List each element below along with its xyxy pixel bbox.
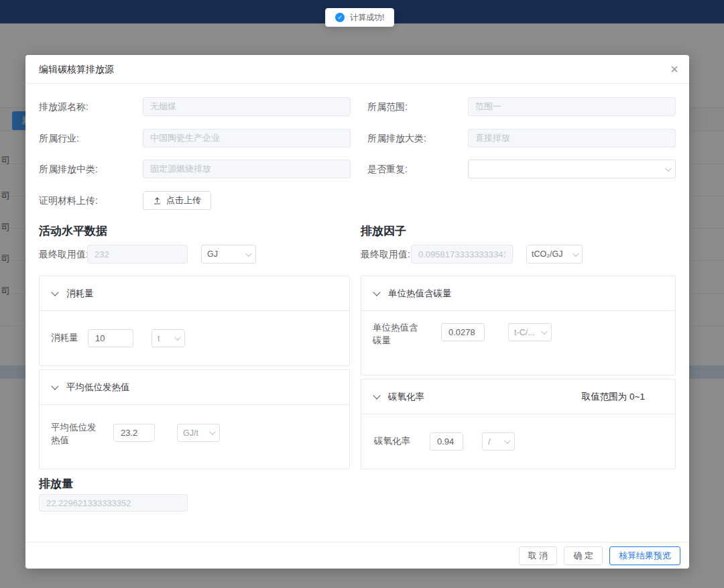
factor-section-title: 排放因子 (361, 223, 406, 239)
consumption-label: 消耗量 (51, 331, 78, 344)
is-duplicate-label: 是否重复: (367, 160, 408, 178)
is-duplicate-select[interactable] (468, 160, 676, 178)
factor-final-unit-select[interactable]: tCO₂/GJ (526, 245, 583, 263)
toast-message: 计算成功! (350, 12, 384, 23)
dialog-footer: 取 消 确 定 核算结果预览 (25, 542, 689, 569)
edit-emission-source-dialog: 编辑碳核算排放源 × 排放源名称: 所属范围: 所属行业: 所属排放大类: 所属… (25, 55, 689, 569)
industry-label: 所属行业: (39, 129, 79, 148)
factor-final-input[interactable] (411, 245, 513, 263)
carbon-content-card: 单位热值含碳量 单位热值含碳量 t-C/... (361, 276, 676, 375)
activity-final-unit-select[interactable]: GJ (201, 245, 256, 263)
carbon-content-unit-select[interactable]: t-C/... (508, 323, 552, 341)
oxidation-rate-input[interactable] (430, 432, 463, 451)
oxidation-rate-card: 碳氧化率 取值范围为 0~1 碳氧化率 / (361, 379, 676, 469)
consumption-card: 消耗量 消耗量 t (39, 276, 350, 366)
chevron-down-icon (541, 328, 548, 335)
heating-value-card-title: 平均低位发热值 (66, 381, 130, 394)
activity-final-label: 最终取用值: (39, 245, 88, 263)
oxidation-rate-unit-select[interactable]: / (482, 432, 515, 451)
activity-final-input[interactable] (87, 245, 188, 263)
consumption-input[interactable] (88, 329, 133, 347)
chevron-down-icon (209, 428, 216, 435)
chevron-down-icon (665, 165, 672, 172)
heating-value-unit-select[interactable]: GJ/t (177, 424, 220, 442)
chevron-down-icon[interactable] (373, 392, 380, 399)
chevron-down-icon[interactable] (373, 288, 380, 296)
chevron-down-icon[interactable] (51, 382, 58, 390)
dialog-header: 编辑碳核算排放源 × (25, 55, 689, 84)
oxidation-rate-card-title: 碳氧化率 (388, 391, 424, 403)
carbon-content-unit: t-C/... (514, 328, 541, 337)
toast-success: ✓ 计算成功! (325, 8, 394, 27)
carbon-content-card-header[interactable]: 单位热值含碳量 (361, 276, 675, 311)
emission-mid-input[interactable] (143, 160, 351, 178)
oxidation-rate-unit: / (488, 437, 504, 447)
industry-input[interactable] (143, 129, 351, 148)
consumption-unit: t (158, 334, 174, 343)
scope-input[interactable] (468, 97, 676, 116)
heating-value-card-header[interactable]: 平均低位发热值 (40, 370, 349, 405)
scope-label: 所属范围: (367, 97, 408, 116)
heating-value-input[interactable] (113, 424, 155, 442)
activity-final-unit: GJ (207, 249, 245, 259)
consumption-card-title: 消耗量 (66, 288, 94, 300)
oxidation-range-hint: 取值范围为 0~1 (582, 379, 645, 414)
carbon-content-label: 单位热值含碳量 (373, 321, 424, 347)
heating-value-label: 平均低位发热值 (51, 421, 102, 447)
close-icon[interactable]: × (670, 60, 678, 78)
chevron-down-icon (174, 334, 181, 341)
check-circle-icon: ✓ (335, 13, 345, 22)
preview-result-button[interactable]: 核算结果预览 (609, 546, 680, 565)
consumption-unit-select[interactable]: t (152, 329, 185, 347)
activity-section-title: 活动水平数据 (39, 223, 107, 239)
emission-mid-label: 所属排放中类: (39, 160, 98, 178)
upload-icon (153, 196, 162, 205)
heating-value-card: 平均低位发热值 平均低位发热值 GJ/t (39, 369, 350, 469)
carbon-content-card-title: 单位热值含碳量 (388, 288, 452, 300)
oxidation-rate-card-header[interactable]: 碳氧化率 取值范围为 0~1 (361, 379, 675, 414)
oxidation-rate-label: 碳氧化率 (374, 434, 410, 447)
heating-value-unit: GJ/t (183, 428, 209, 438)
emission-major-label: 所属排放大类: (367, 129, 426, 148)
chevron-down-icon (572, 250, 579, 257)
confirm-button[interactable]: 确 定 (564, 546, 603, 565)
factor-final-label: 最终取用值: (361, 245, 410, 263)
factor-final-unit: tCO₂/GJ (532, 249, 572, 259)
carbon-content-input[interactable] (441, 323, 485, 341)
source-name-label: 排放源名称: (39, 97, 88, 116)
upload-button-label: 点击上传 (166, 194, 201, 207)
emission-amount-title: 排放量 (39, 476, 73, 491)
upload-button[interactable]: 点击上传 (143, 191, 211, 210)
dialog-title: 编辑碳核算排放源 (39, 64, 114, 76)
screen: 新增 司 司 司 司 司 ✓ 计算成功! 编辑碳核算排放源 × 排放源名称: 所… (0, 0, 724, 588)
emission-major-input[interactable] (468, 129, 676, 148)
chevron-down-icon (245, 250, 252, 257)
source-name-input[interactable] (143, 97, 351, 116)
chevron-down-icon (504, 437, 511, 444)
cancel-button[interactable]: 取 消 (519, 546, 558, 565)
chevron-down-icon[interactable] (51, 288, 58, 296)
consumption-card-header[interactable]: 消耗量 (40, 276, 349, 311)
proof-upload-label: 证明材料上传: (39, 191, 98, 210)
emission-amount-input[interactable] (39, 494, 188, 512)
